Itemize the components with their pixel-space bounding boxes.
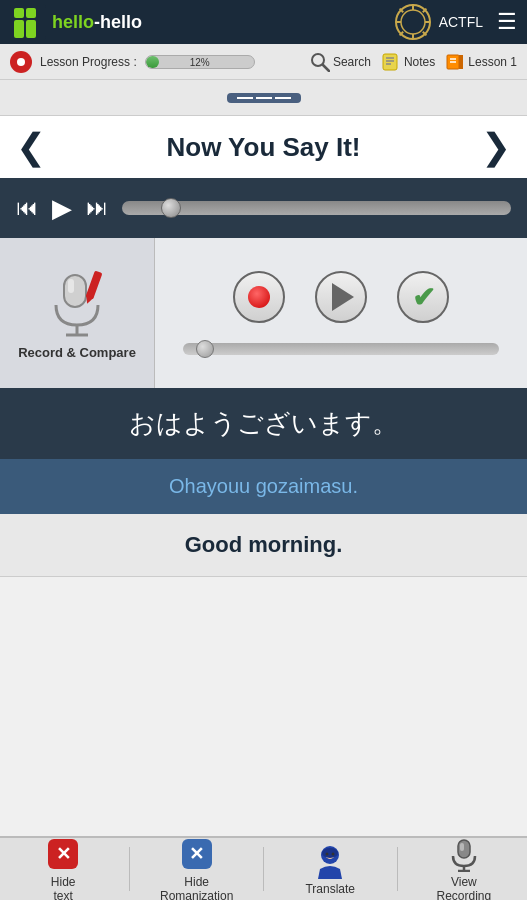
audio-progress-thumb [161, 198, 181, 218]
toolbar-divider-3 [397, 847, 398, 891]
hide-romanization-label: HideRomanization [160, 875, 233, 901]
play-button[interactable]: ▶ [52, 193, 72, 224]
audio-progress-track[interactable] [122, 201, 511, 215]
svg-point-6 [401, 10, 425, 34]
notes-icon [381, 52, 401, 72]
confirm-button[interactable]: ✔ [397, 271, 449, 323]
translate-button[interactable]: Translate [270, 843, 390, 896]
hide-romanization-icon-wrap: ✕ [179, 836, 215, 872]
rewind-button[interactable]: ⏮ [16, 195, 38, 221]
translate-icon [312, 843, 348, 879]
search-label: Search [333, 55, 371, 69]
notes-button[interactable]: Notes [381, 52, 435, 72]
svg-rect-3 [14, 20, 24, 38]
hide-romanization-icon: ✕ [182, 839, 212, 869]
toolbar-divider-2 [263, 847, 264, 891]
record-section: Record & Compare ✔ [0, 238, 527, 388]
toolbar-divider-1 [129, 847, 130, 891]
menu-bar-2 [256, 97, 272, 99]
svg-rect-17 [383, 54, 397, 70]
view-recording-icon [446, 836, 482, 872]
logo-area: hello-hello [10, 4, 142, 40]
hide-text-label: Hidetext [51, 875, 76, 901]
lesson-button[interactable]: Lesson 1 [445, 52, 517, 72]
header-actions: Search Notes Lesson 1 [310, 52, 517, 72]
japanese-section: おはようございます。 [0, 388, 527, 459]
mic-icon [42, 267, 112, 337]
romanization-text: Ohayouu gozaimasu. [169, 475, 358, 497]
nav-section: ❮ Now You Say It! ❯ [0, 116, 527, 178]
play-triangle [332, 283, 354, 311]
japanese-text: おはようございます。 [129, 408, 398, 438]
hide-text-icon: ✕ [48, 839, 78, 869]
play-recording-button[interactable] [315, 271, 367, 323]
bottom-toolbar: ✕ Hidetext ✕ HideRomanization Translate [0, 836, 527, 900]
progress-fill [146, 56, 159, 68]
nav-bar [0, 80, 527, 116]
actfl-label: ACTFL [439, 14, 483, 30]
translate-icon-wrap [312, 843, 348, 879]
nav-title: Now You Say It! [46, 132, 481, 163]
lesson-label: Lesson 1 [468, 55, 517, 69]
record-progress-track[interactable] [183, 343, 499, 355]
lesson-icon [445, 52, 465, 72]
hide-romanization-button[interactable]: ✕ HideRomanization [137, 836, 257, 901]
view-recording-icon-wrap [446, 836, 482, 872]
record-button[interactable] [233, 271, 285, 323]
prev-button[interactable]: ❮ [16, 126, 46, 168]
record-buttons: ✔ [233, 271, 449, 323]
hide-text-icon-wrap: ✕ [45, 836, 81, 872]
menu-bar-3 [275, 97, 291, 99]
actfl-emblem [395, 4, 431, 40]
lesson-progress-icon [10, 51, 32, 73]
fast-forward-button[interactable]: ⏭ [86, 195, 108, 221]
menu-bar-1 [237, 97, 253, 99]
svg-rect-4 [26, 20, 36, 38]
translation-section: Good morning. [0, 514, 527, 577]
logo-text: hello-hello [52, 12, 142, 33]
translation-text: Good morning. [185, 532, 343, 557]
view-recording-button[interactable]: ViewRecording [404, 836, 524, 901]
svg-point-35 [332, 852, 335, 855]
svg-point-34 [326, 852, 329, 855]
svg-marker-22 [459, 55, 463, 69]
content-spacer [0, 577, 527, 767]
svg-rect-1 [14, 8, 24, 18]
hide-text-button[interactable]: ✕ Hidetext [3, 836, 123, 901]
svg-point-33 [322, 848, 338, 858]
svg-rect-39 [460, 843, 464, 851]
audio-player: ⏮ ▶ ⏭ [0, 178, 527, 238]
logo-icon [10, 4, 46, 40]
record-controls: ✔ [155, 238, 527, 388]
svg-rect-29 [85, 270, 102, 299]
next-button[interactable]: ❯ [481, 126, 511, 168]
record-label: Record & Compare [18, 345, 136, 360]
svg-line-16 [323, 65, 329, 71]
header-right: ACTFL ☰ [395, 4, 517, 40]
record-dot [248, 286, 270, 308]
progress-percent: 12% [190, 56, 210, 69]
progress-bar-area: Lesson Progress : 12% Search Notes [0, 44, 527, 80]
search-icon [310, 52, 330, 72]
record-progress-thumb [196, 340, 214, 358]
hamburger-menu-button[interactable] [227, 93, 301, 103]
check-mark: ✔ [412, 281, 435, 314]
progress-label: Lesson Progress : [40, 55, 137, 69]
svg-rect-2 [26, 8, 36, 18]
progress-track: 12% [145, 55, 255, 69]
app-header: hello-hello ACTFL ☰ [0, 0, 527, 44]
svg-rect-25 [64, 275, 86, 307]
menu-icon[interactable]: ☰ [497, 9, 517, 35]
notes-label: Notes [404, 55, 435, 69]
view-recording-label: ViewRecording [436, 875, 491, 901]
svg-rect-28 [68, 279, 74, 293]
search-button[interactable]: Search [310, 52, 371, 72]
romanization-section: Ohayouu gozaimasu. [0, 459, 527, 514]
translate-label: Translate [305, 882, 355, 896]
record-left: Record & Compare [0, 238, 155, 388]
